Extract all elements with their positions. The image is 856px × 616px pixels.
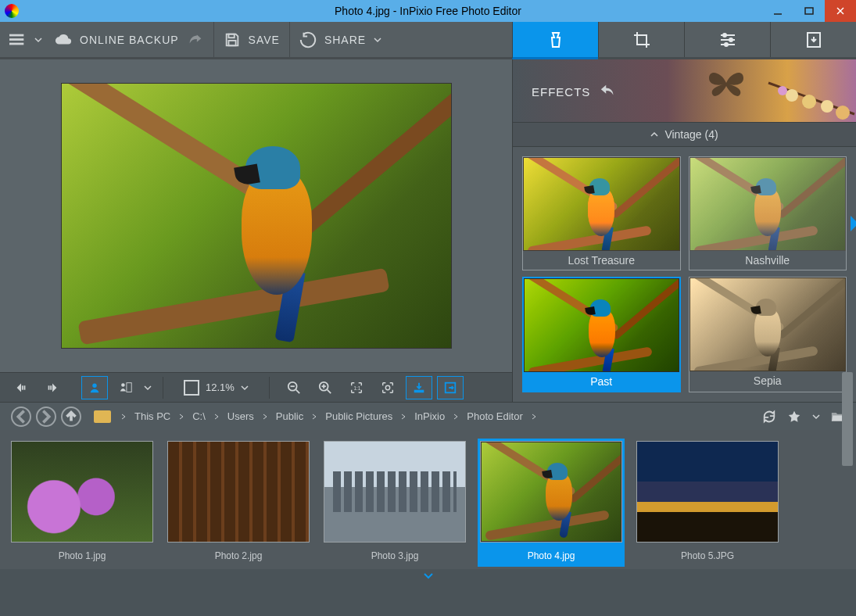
svg-rect-22	[127, 382, 131, 392]
zoom-fit-button[interactable]	[374, 376, 401, 399]
crumb-drive[interactable]: C:\	[189, 410, 209, 422]
svg-rect-5	[9, 38, 23, 41]
effect-past[interactable]: Past	[522, 277, 681, 392]
canvas-viewport[interactable]	[0, 59, 512, 372]
svg-point-35	[786, 89, 798, 102]
effect-lost-treasure[interactable]: Lost Treasure	[522, 156, 681, 270]
nav-back-button[interactable]	[11, 406, 31, 427]
effect-label: Sepia	[689, 371, 847, 390]
chevron-down-icon[interactable]	[812, 410, 820, 424]
zoom-display[interactable]: 12.1%	[184, 379, 249, 396]
thumbnail	[167, 441, 310, 543]
expand-panel-icon[interactable]	[851, 216, 856, 231]
save-button[interactable]: SAVE	[249, 34, 280, 46]
filmstrip-item-selected[interactable]: Photo 4.jpg	[478, 439, 625, 567]
nav-forward-button[interactable]	[36, 406, 56, 427]
collapse-filmstrip-icon[interactable]	[0, 569, 856, 583]
folder-icon	[94, 410, 111, 423]
crumb-inpixio[interactable]: InPixio	[411, 410, 448, 422]
scrollbar[interactable]	[842, 372, 853, 466]
svg-rect-17	[24, 385, 26, 389]
svg-line-27	[328, 389, 331, 393]
svg-point-38	[836, 106, 850, 120]
thumbnail-label: Photo 4.jpg	[480, 543, 622, 564]
svg-line-24	[296, 389, 300, 393]
thumbnail-label: Photo 2.jpg	[167, 543, 310, 564]
thumbnail-label: Photo 3.jpg	[324, 543, 466, 564]
effect-label: Lost Treasure	[523, 251, 680, 270]
export-button[interactable]	[437, 376, 464, 399]
zoom-out-button[interactable]	[281, 376, 307, 399]
refresh-icon[interactable]	[762, 410, 776, 424]
cloud-icon	[55, 31, 72, 48]
crumb-users[interactable]: Users	[224, 410, 257, 422]
effects-heading: EFFECTS	[532, 85, 590, 98]
import-button[interactable]	[406, 376, 432, 399]
tab-effects[interactable]	[512, 22, 598, 59]
view-single-button[interactable]	[81, 376, 108, 399]
tab-crop[interactable]	[598, 22, 684, 57]
thumbnail-label: Photo 5.JPG	[636, 543, 779, 564]
undo-icon[interactable]	[600, 83, 617, 100]
crumb-photo-editor[interactable]: Photo Editor	[464, 410, 526, 422]
main-toolbar: ONLINE BACKUP SAVE SHARE	[0, 22, 856, 59]
svg-rect-8	[228, 40, 235, 45]
chevron-up-icon	[650, 126, 658, 143]
filmstrip: Photo 1.jpg Photo 2.jpg Photo 3.jpg Phot…	[0, 430, 856, 569]
butterfly-icon	[706, 67, 747, 98]
filmstrip-item[interactable]: Photo 2.jpg	[167, 441, 310, 564]
svg-point-31	[385, 385, 389, 389]
effect-sepia[interactable]: Sepia	[689, 277, 847, 392]
svg-rect-19	[50, 385, 52, 389]
crumb-public[interactable]: Public	[273, 410, 306, 422]
effect-category-label: Vintage (4)	[664, 128, 718, 141]
menu-icon[interactable]	[9, 31, 27, 48]
next-image-button[interactable]	[39, 376, 66, 399]
filmstrip-item[interactable]: Photo 1.jpg	[11, 441, 153, 564]
thumbnail	[480, 441, 622, 543]
chevron-down-icon[interactable]	[374, 31, 381, 48]
filmstrip-item[interactable]: Photo 5.JPG	[636, 441, 779, 564]
breadcrumb-bar: This PC C:\ Users Public Public Pictures…	[0, 402, 856, 430]
nav-up-button[interactable]	[61, 406, 81, 427]
thumbnail	[11, 441, 153, 543]
main-image	[61, 83, 452, 349]
effect-category-header[interactable]: Vintage (4)	[513, 122, 856, 147]
effect-label: Past	[524, 372, 679, 391]
effect-label: Nashville	[689, 251, 847, 270]
zoom-in-button[interactable]	[312, 376, 338, 399]
chevron-down-icon[interactable]	[34, 31, 42, 48]
effects-panel: EFFECTS Vintage (4) Lost Treasure Nashvi…	[512, 59, 856, 402]
online-backup-button[interactable]: ONLINE BACKUP	[80, 34, 179, 46]
save-icon	[224, 31, 241, 48]
tab-frames[interactable]	[770, 22, 856, 57]
redo-icon[interactable]	[187, 31, 204, 48]
filmstrip-item[interactable]: Photo 3.jpg	[324, 441, 466, 564]
zoom-value: 12.1%	[206, 381, 235, 393]
zoom-actual-button[interactable]: 1:1	[343, 376, 370, 399]
share-icon	[299, 31, 317, 48]
view-compare-button[interactable]	[113, 376, 139, 399]
svg-point-20	[92, 383, 96, 387]
svg-point-14	[725, 43, 728, 46]
chevron-down-icon[interactable]	[144, 379, 152, 396]
crumb-public-pictures[interactable]: Public Pictures	[322, 410, 396, 422]
chevron-down-icon[interactable]	[241, 379, 249, 396]
prev-image-button[interactable]	[8, 376, 34, 399]
svg-point-37	[821, 100, 833, 113]
svg-rect-4	[9, 34, 23, 36]
titlebar: Photo 4.jpg - InPixio Free Photo Editor	[0, 0, 856, 22]
svg-rect-18	[48, 385, 50, 389]
tab-adjust[interactable]	[684, 22, 770, 57]
svg-point-39	[778, 86, 787, 95]
svg-rect-7	[228, 34, 234, 38]
svg-rect-6	[9, 42, 23, 45]
svg-point-12	[723, 34, 726, 37]
crumb-this-pc[interactable]: This PC	[131, 410, 174, 422]
favorite-icon[interactable]	[787, 410, 801, 424]
effect-nashville[interactable]: Nashville	[689, 156, 847, 270]
svg-text:1:1: 1:1	[353, 385, 360, 390]
share-button[interactable]: SHARE	[324, 34, 366, 46]
svg-rect-16	[22, 385, 23, 389]
canvas-toolbar: 12.1% 1:1	[0, 372, 512, 402]
